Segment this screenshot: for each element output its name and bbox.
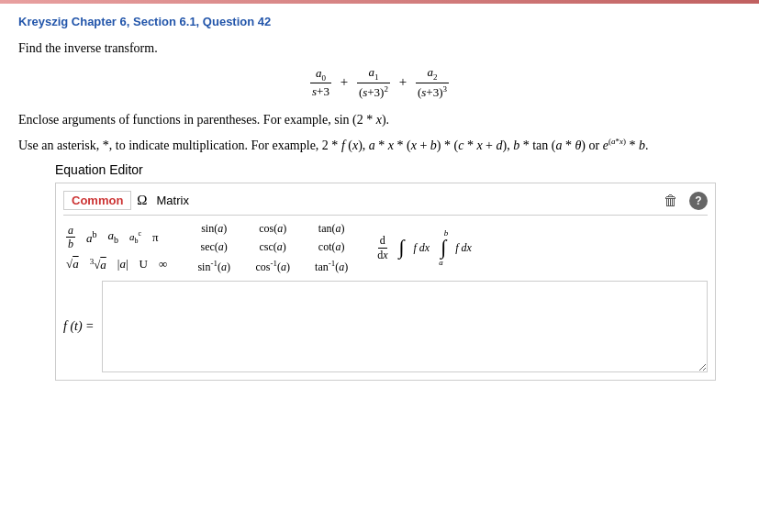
indef-integral-button[interactable]: ∫ bbox=[397, 236, 407, 260]
power-button[interactable]: ab bbox=[84, 228, 100, 247]
instruction2: Use an asterisk, *, to indicate multipli… bbox=[18, 137, 741, 153]
instruction1: Enclose arguments of functions in parent… bbox=[18, 113, 741, 127]
page-title: Kreyszig Chapter 6, Section 6.1, Questio… bbox=[18, 15, 741, 28]
csc-button[interactable]: csc(a) bbox=[245, 239, 300, 255]
equation-input[interactable] bbox=[102, 281, 708, 372]
symbols-row: a b ab ab abc π √a 3√a |a| bbox=[63, 221, 708, 275]
find-text: Find the inverse transform. bbox=[18, 41, 741, 56]
tab-omega[interactable]: Ω bbox=[137, 193, 147, 208]
fraction-a0: a0 s+3 bbox=[310, 66, 331, 100]
sym-row2: √a 3√a |a| U ∞ bbox=[63, 256, 170, 273]
trig-group: sin(a) cos(a) tan(a) sec(a) csc(a) cot(a… bbox=[186, 221, 359, 275]
calculus-group: d dx ∫ f dx b ∫ a f dx bbox=[375, 228, 472, 267]
ft-label: f (t) = bbox=[63, 319, 95, 334]
tabs-row: Common Ω Matrix 🗑 ? bbox=[63, 191, 708, 216]
arccos-button[interactable]: cos-1(a) bbox=[245, 258, 300, 275]
integral-lower-limit: a bbox=[439, 258, 443, 267]
toolbar-icons: 🗑 ? bbox=[660, 191, 708, 211]
cbrt-button[interactable]: 3√a bbox=[87, 256, 109, 273]
abs-button[interactable]: |a| bbox=[115, 256, 131, 272]
subpower-button[interactable]: abc bbox=[127, 228, 144, 246]
pi-button[interactable]: π bbox=[150, 229, 162, 246]
sec-button[interactable]: sec(a) bbox=[186, 239, 241, 255]
sym-row1: a b ab ab abc π bbox=[63, 223, 170, 252]
sqrt-button[interactable]: √a bbox=[63, 256, 82, 272]
fraction-a1: a1 (s+3)2 bbox=[357, 65, 390, 100]
infinity-button[interactable]: ∞ bbox=[156, 256, 170, 272]
derivative-button[interactable]: d dx bbox=[375, 234, 389, 261]
tab-common[interactable]: Common bbox=[63, 191, 131, 210]
fraction-button[interactable]: a b bbox=[63, 223, 78, 252]
symbol-group-left: a b ab ab abc π √a 3√a |a| bbox=[63, 223, 170, 273]
arcsin-button[interactable]: sin-1(a) bbox=[186, 258, 241, 275]
arctan-button[interactable]: tan-1(a) bbox=[304, 258, 359, 275]
formula-display: a0 s+3 + a1 (s+3)2 + a2 (s+3)3 bbox=[18, 65, 741, 100]
subscript-button[interactable]: ab bbox=[106, 227, 122, 247]
help-button[interactable]: ? bbox=[689, 192, 708, 210]
input-row: f (t) = bbox=[63, 281, 708, 372]
equation-editor-section: Equation Editor Common Ω Matrix 🗑 ? bbox=[55, 162, 741, 381]
trash-button[interactable]: 🗑 bbox=[660, 191, 682, 211]
def-integral-container: b ∫ a bbox=[439, 228, 448, 267]
def-integral-button[interactable]: ∫ bbox=[439, 238, 448, 258]
indef-integral-label: f dx bbox=[414, 241, 430, 255]
page-content: Kreyszig Chapter 6, Section 6.1, Questio… bbox=[0, 4, 759, 399]
tab-matrix[interactable]: Matrix bbox=[157, 194, 189, 207]
tan-button[interactable]: tan(a) bbox=[304, 221, 359, 237]
equation-editor-label: Equation Editor bbox=[55, 162, 741, 177]
editor-box: Common Ω Matrix 🗑 ? a bbox=[55, 183, 716, 381]
union-button[interactable]: U bbox=[137, 256, 151, 272]
cot-button[interactable]: cot(a) bbox=[304, 239, 359, 255]
def-integral-label: f dx bbox=[455, 241, 472, 255]
fraction-a2: a2 (s+3)3 bbox=[416, 65, 449, 100]
cos-button[interactable]: cos(a) bbox=[245, 221, 300, 237]
sin-button[interactable]: sin(a) bbox=[186, 221, 241, 237]
